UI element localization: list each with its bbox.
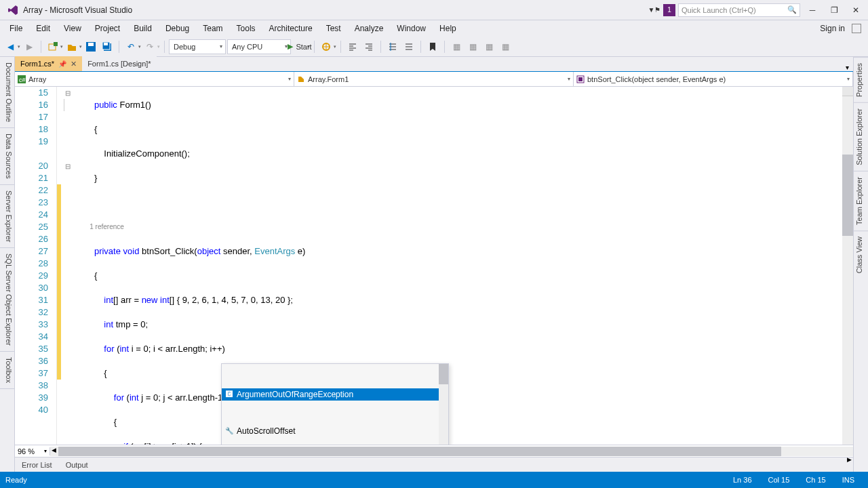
indent-less-button[interactable] [345, 39, 360, 54]
panel-toolbox[interactable]: Toolbox [0, 352, 14, 389]
tb-misc-2[interactable]: ▦ [465, 39, 480, 54]
platform-combo[interactable]: Any CPU [227, 39, 291, 54]
comment-button[interactable] [385, 39, 400, 54]
open-file-dropdown[interactable]: ▾ [79, 44, 82, 49]
browser-link-button[interactable] [319, 39, 334, 54]
undo-dropdown[interactable]: ▾ [138, 44, 141, 49]
nav-class-combo[interactable]: Array.Form1 [294, 72, 574, 86]
undo-button[interactable]: ↶ [123, 39, 138, 54]
completion-scrollbar[interactable] [439, 364, 448, 445]
zoom-combo[interactable]: 96 %▾ [15, 447, 50, 455]
intellisense-popup[interactable]: 🅲 ArgumentOutOfRangeException 🔧 AutoScro… [221, 363, 449, 445]
svg-rect-11 [578, 77, 583, 81]
panel-document-outline[interactable]: Document Outline [0, 57, 14, 128]
panel-sql-object-explorer[interactable]: SQL Server Object Explorer [0, 248, 14, 352]
redo-dropdown[interactable]: ▾ [157, 44, 160, 49]
panel-output[interactable]: Output [59, 460, 95, 470]
panel-properties[interactable]: Properties [854, 57, 868, 102]
menu-analyze[interactable]: Analyze [348, 22, 391, 35]
nav-project-label: Array [28, 75, 46, 83]
completion-label: AutoScrollOffset [237, 425, 295, 437]
outline-margin[interactable]: ⊟ ⊟ [61, 87, 75, 445]
panel-class-view[interactable]: Class View [854, 230, 868, 279]
window-title: Array - Microsoft Visual Studio [23, 5, 648, 15]
completion-item[interactable]: 🅲 ArgumentOutOfRangeException [222, 388, 448, 401]
nav-back-button[interactable]: ◀ [3, 39, 18, 54]
split-view-icon[interactable] [842, 87, 853, 96]
tab-overflow-dropdown[interactable]: ▾ [842, 64, 853, 71]
svg-rect-3 [88, 43, 94, 46]
tab-form1-design[interactable]: Form1.cs [Design]* [82, 56, 157, 71]
status-line: Ln 36 [725, 476, 760, 484]
menu-build[interactable]: Build [127, 22, 159, 35]
code-editor[interactable]: 1516171819 2021222324 2526272829 3031323… [15, 87, 853, 445]
menu-view[interactable]: View [57, 22, 88, 35]
bookmark-button[interactable] [425, 39, 440, 54]
tb-misc-3[interactable]: ▦ [481, 39, 496, 54]
quick-launch-input[interactable]: Quick Launch (Ctrl+Q) 🔍 [678, 3, 800, 17]
uncomment-button[interactable] [401, 39, 416, 54]
svg-text:c#: c# [19, 77, 26, 83]
minimize-button[interactable]: ─ [803, 3, 822, 17]
play-icon: ▶ [288, 42, 293, 51]
menu-edit[interactable]: Edit [29, 22, 57, 35]
panel-team-explorer[interactable]: Team Explorer [854, 171, 868, 230]
vertical-scrollbar[interactable] [842, 87, 853, 445]
nav-forward-button[interactable]: ▶ [22, 39, 37, 54]
save-button[interactable] [83, 39, 98, 54]
close-window-button[interactable]: ✕ [846, 3, 865, 17]
close-tab-icon[interactable]: ✕ [71, 60, 77, 68]
svg-rect-6 [104, 43, 108, 45]
nav-project-combo[interactable]: c# Array [15, 72, 294, 86]
new-project-dropdown[interactable]: ▾ [60, 44, 63, 49]
menu-test[interactable]: Test [319, 22, 348, 35]
indent-more-button[interactable] [361, 39, 376, 54]
new-project-button[interactable] [45, 39, 60, 54]
panel-data-sources[interactable]: Data Sources [0, 128, 14, 185]
open-file-button[interactable] [64, 39, 79, 54]
sign-in-link[interactable]: Sign in [813, 22, 852, 35]
menu-window[interactable]: Window [390, 22, 433, 35]
signin-avatar-icon[interactable] [852, 24, 861, 33]
menu-tools[interactable]: Tools [230, 22, 262, 35]
status-col: Col 15 [760, 476, 798, 484]
restore-button[interactable]: ❐ [825, 3, 844, 17]
start-debug-button[interactable]: ▶ Start [292, 39, 307, 54]
panel-error-list[interactable]: Error List [15, 460, 59, 470]
menu-architecture[interactable]: Architecture [262, 22, 319, 35]
code-text[interactable]: public Form1() { InitializeComponent(); … [75, 87, 842, 445]
quick-launch-placeholder: Quick Launch (Ctrl+Q) [682, 6, 756, 14]
codelens-references[interactable]: 1 reference [75, 221, 842, 233]
feedback-flag-icon[interactable]: ▼⚑ [648, 4, 660, 16]
completion-label: ArgumentOutOfRangeException [237, 388, 353, 401]
nav-back-dropdown[interactable]: ▾ [18, 44, 20, 49]
csharp-project-icon: c# [18, 75, 26, 83]
panel-server-explorer[interactable]: Server Explorer [0, 185, 14, 248]
config-combo[interactable]: Debug [169, 39, 226, 54]
nav-member-combo[interactable]: btnSort_Click(object sender, EventArgs e… [574, 72, 853, 86]
class-icon [297, 75, 305, 83]
completion-item[interactable]: 🔧 AutoScrollOffset [222, 425, 448, 437]
panel-solution-explorer[interactable]: Solution Explorer [854, 102, 868, 171]
tab-label: Form1.cs [Design]* [87, 60, 151, 68]
menu-help[interactable]: Help [433, 22, 463, 35]
menu-debug[interactable]: Debug [159, 22, 196, 35]
horizontal-scrollbar[interactable]: ◀▶ [50, 447, 853, 456]
redo-button[interactable]: ↷ [142, 39, 157, 54]
save-all-button[interactable] [100, 39, 115, 54]
tab-form1-cs[interactable]: Form1.cs* 📌 ✕ [15, 56, 82, 71]
nav-class-label: Array.Form1 [308, 75, 349, 83]
pin-icon[interactable]: 📌 [58, 60, 66, 68]
menu-file[interactable]: File [3, 22, 29, 35]
notification-badge[interactable]: 1 [663, 4, 675, 16]
property-icon: 🔧 [224, 426, 234, 436]
start-label: Start [296, 43, 311, 51]
tb-misc-1[interactable]: ▦ [449, 39, 464, 54]
menu-team[interactable]: Team [196, 22, 229, 35]
status-ins[interactable]: INS [834, 476, 863, 484]
vs-logo-icon [7, 4, 19, 16]
tb-misc-4[interactable]: ▦ [498, 39, 513, 54]
browser-link-dropdown[interactable]: ▾ [334, 44, 336, 49]
line-number-gutter: 1516171819 2021222324 2526272829 3031323… [15, 87, 57, 445]
menu-project[interactable]: Project [88, 22, 127, 35]
